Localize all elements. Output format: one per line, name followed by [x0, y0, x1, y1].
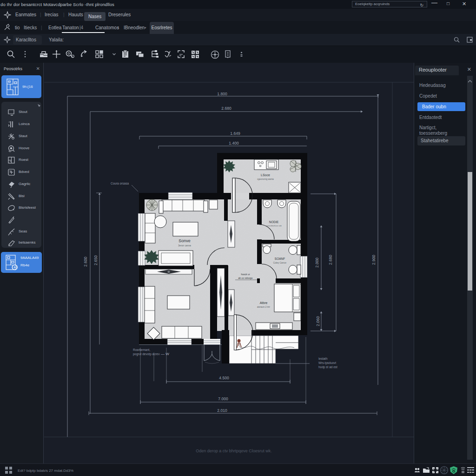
svg-text:Wrs-tpsduovt: Wrs-tpsduovt	[318, 361, 336, 365]
svg-text:wonevbtotfuse vob: wonevbtotfuse vob	[266, 225, 282, 227]
svg-text:LSoce: LSoce	[261, 173, 270, 177]
svg-text:1.400: 1.400	[229, 141, 239, 145]
svg-text:SOANF: SOANF	[275, 257, 285, 260]
svg-text:7.000: 7.000	[218, 397, 228, 401]
svg-text:2.650: 2.650	[93, 255, 98, 265]
svg-text:1.649: 1.649	[230, 131, 240, 136]
svg-text:2.680: 2.680	[328, 255, 333, 265]
svg-text:2.680: 2.680	[221, 106, 231, 111]
svg-text:Iestath: Iestath	[318, 357, 328, 360]
svg-text:NODIE: NODIE	[269, 220, 279, 224]
svg-text:Coura orsasa: Coura orsasa	[111, 182, 129, 185]
svg-text:2.060: 2.060	[316, 316, 320, 326]
svg-text:Rosrbemant,: Rosrbemant,	[133, 348, 150, 351]
svg-text:2.000: 2.000	[315, 258, 319, 268]
svg-text:hodp st ad est: hodp st ad est	[318, 365, 337, 369]
svg-text:2.900: 2.900	[371, 255, 376, 265]
svg-text:cgeonomig wanta: cgeonomig wanta	[257, 178, 274, 180]
svg-text:Sonve: Sonve	[178, 238, 191, 243]
svg-text:Cukey Camce: Cukey Camce	[273, 262, 287, 264]
svg-text:3enor canva: 3enor canva	[178, 244, 191, 247]
svg-text:ateraum 2 intr: ateraum 2 intr	[257, 306, 270, 308]
svg-text:ab co vidvoge: ab co vidvoge	[238, 277, 253, 279]
svg-text:Atbre: Atbre	[260, 301, 268, 304]
svg-text:Oden derop a ctv bhrtpqeve Clo: Oden derop a ctv bhrtpqeve Cloesrut wk.	[196, 449, 272, 453]
svg-text:hoock ur: hoock ur	[241, 273, 250, 276]
svg-text:2.010: 2.010	[217, 408, 227, 413]
svg-text:2.600: 2.600	[83, 257, 88, 267]
svg-text:1.800: 1.800	[217, 92, 227, 96]
svg-text:— W: — W	[161, 352, 169, 356]
svg-text:4.500: 4.500	[219, 376, 229, 380]
svg-text:pogrut devotp acrev: pogrut devotp acrev	[133, 352, 160, 356]
